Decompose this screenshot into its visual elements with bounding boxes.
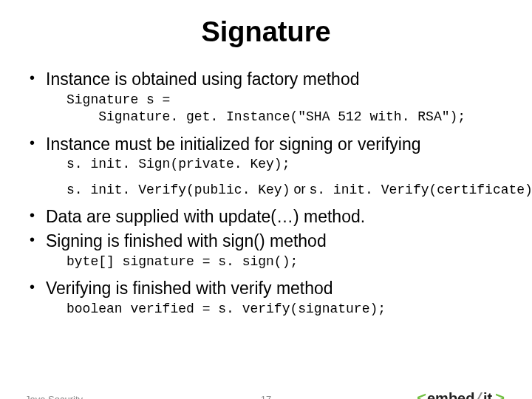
- bullet-3-text: Data are supplied with update(…) method.: [46, 207, 365, 226]
- bullet-5-text: Verifying is finished with verify method: [46, 279, 333, 298]
- bullet-2-code-2b: s. init. Verify(certificate);: [309, 183, 532, 197]
- svg-text:<: <: [417, 390, 426, 399]
- bullet-2: Instance must be initialized for signing…: [25, 134, 507, 200]
- bullet-1-code: Signature s = Signature. get. Instance("…: [66, 92, 507, 126]
- svg-text:embed: embed: [427, 390, 474, 399]
- bullet-4-code: byte[] signature = s. sign();: [66, 253, 507, 270]
- svg-text:it: it: [483, 390, 493, 399]
- slide-content: Instance is obtained using factory metho…: [0, 69, 532, 318]
- bullet-list: Instance is obtained using factory metho…: [25, 69, 507, 318]
- bullet-3: Data are supplied with update(…) method.: [25, 206, 507, 228]
- svg-text:/: /: [474, 391, 483, 399]
- embedit-logo: < embed / it >: [417, 389, 511, 399]
- bullet-2-text: Instance must be initialized for signing…: [46, 134, 421, 154]
- bullet-2-or: or: [290, 182, 309, 197]
- bullet-5: Verifying is finished with verify method…: [25, 278, 507, 318]
- bullet-4-text: Signing is finished with sign() method: [46, 231, 327, 250]
- bullet-2-code-line1: s. init. Sign(private. Key);: [66, 156, 507, 173]
- bullet-5-code: boolean verified = s. verify(signature);: [66, 301, 507, 318]
- slide-title: Signature: [0, 16, 532, 48]
- embedit-logo-svg: < embed / it >: [417, 389, 511, 399]
- bullet-2-code-2a: s. init. Verify(public. Key): [66, 183, 290, 197]
- bullet-1-text: Instance is obtained using factory metho…: [46, 69, 359, 89]
- bullet-4: Signing is finished with sign() method b…: [25, 231, 507, 270]
- slide: Signature Instance is obtained using fac…: [0, 16, 532, 399]
- bullet-2-code-line2: s. init. Verify(public. Key) or s. init.…: [66, 181, 507, 199]
- bullet-1: Instance is obtained using factory metho…: [25, 69, 507, 126]
- svg-text:>: >: [495, 390, 505, 399]
